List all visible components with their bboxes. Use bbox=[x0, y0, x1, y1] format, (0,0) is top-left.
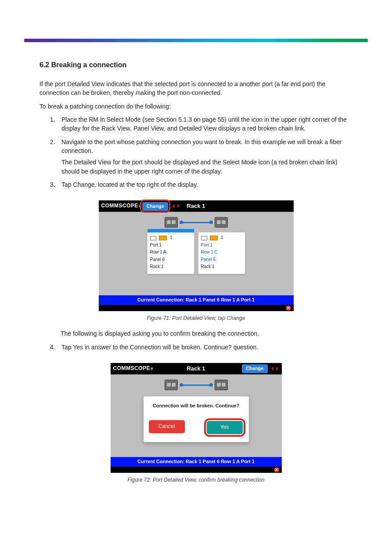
far-card-l2: Row 1 C bbox=[201, 249, 242, 256]
screenshot-detailed-view-change: COMMSCOPE® Rack 1 Change bbox=[99, 200, 294, 311]
step-3-text: Tap Change, located at the top right of … bbox=[61, 180, 198, 189]
mini-marker-icon bbox=[159, 236, 167, 240]
near-card-l1: Port 1 bbox=[150, 242, 191, 249]
near-end-card[interactable]: 1 Port 1 Row 1 A Panel 6 Rack 1 bbox=[147, 232, 194, 274]
screenshot-confirm-break: COMMSCOPE® Rack 1 Change bbox=[111, 363, 282, 473]
far-card-l4: Rack 1 bbox=[201, 264, 242, 270]
screenshot1-header: COMMSCOPE® Rack 1 Change bbox=[99, 200, 294, 212]
step-2-text2: The Detailed View for the port should be… bbox=[61, 158, 352, 176]
step-1-number: 1. bbox=[50, 115, 58, 133]
wire-icon bbox=[180, 385, 212, 386]
close-icon[interactable] bbox=[286, 305, 291, 311]
cancel-button[interactable]: Cancel bbox=[149, 420, 185, 433]
mini-marker-icon bbox=[210, 236, 218, 240]
near-card-l2: Row 1 A bbox=[150, 249, 191, 256]
confirm-modal: Connection will be broken. Continue? Can… bbox=[144, 396, 249, 442]
step-3-number: 3. bbox=[50, 180, 58, 189]
broken-chain-icon bbox=[172, 203, 180, 209]
change-button[interactable]: Change bbox=[142, 202, 168, 211]
step-1-text: Place the RM in Select Mode (see Section… bbox=[61, 115, 352, 133]
far-card-l3: Panel 6 bbox=[201, 257, 242, 263]
step-2-cont: The Detailed View for the port should be… bbox=[50, 158, 352, 176]
screenshot1-footer-bar bbox=[99, 305, 294, 311]
port-icon-right bbox=[215, 380, 228, 390]
brand-logo: COMMSCOPE® bbox=[113, 365, 154, 372]
yes-button[interactable]: Yes bbox=[207, 421, 243, 434]
port-icon-right bbox=[215, 217, 228, 228]
step-2-number: 2. bbox=[50, 138, 58, 156]
step-4-text: Tap Yes in answer to the Connection will… bbox=[61, 343, 258, 352]
intro-text: If the port Detailed View indicates that… bbox=[40, 80, 352, 111]
brand-logo: COMMSCOPE® bbox=[101, 202, 142, 210]
section-title: 6.2 Breaking a connection bbox=[40, 60, 352, 70]
change-button[interactable]: Change bbox=[242, 364, 267, 373]
step-4: 4. Tap Yes in answer to the Connection w… bbox=[50, 343, 352, 352]
far-end-card[interactable]: 1 Port 1 Row 1 C Panel 6 Rack 1 bbox=[198, 232, 245, 274]
intro-paragraph-2: To break a patching connection do the fo… bbox=[40, 102, 352, 111]
mini-port-icon bbox=[201, 236, 207, 240]
connection-graphic bbox=[111, 380, 282, 390]
near-card-num: 1 bbox=[170, 235, 173, 240]
mini-port-icon bbox=[150, 236, 156, 240]
close-icon[interactable] bbox=[274, 467, 279, 472]
header-gradient-rule bbox=[24, 39, 368, 42]
step-2-text: Navigate to the port whose patching conn… bbox=[61, 138, 352, 156]
figure-71-caption: Figure 71: Port Detailed View, tap Chang… bbox=[40, 315, 352, 322]
confirm-question: Connection will be broken. Continue? bbox=[149, 403, 244, 410]
section-heading-block: 6.2 Breaking a connection bbox=[40, 60, 352, 70]
step-list: 1. Place the RM in Select Mode (see Sect… bbox=[40, 115, 352, 189]
near-card-l4: Rack 1 bbox=[150, 264, 191, 270]
screenshot2-header: COMMSCOPE® Rack 1 Change bbox=[111, 363, 282, 374]
current-connection-strip: Current Connection: Rack 1 Panel 6 Row 1… bbox=[111, 457, 282, 467]
port-icon-left bbox=[165, 380, 178, 390]
screenshot2-footer-bar bbox=[111, 467, 282, 473]
wire-icon bbox=[180, 222, 212, 223]
step-2: 2. Navigate to the port whose patching c… bbox=[50, 138, 352, 156]
broken-chain-icon bbox=[270, 366, 279, 372]
change-button-highlight: Change bbox=[141, 201, 169, 211]
intro-paragraph-1: If the port Detailed View indicates that… bbox=[40, 80, 352, 98]
step-4-number: 4. bbox=[50, 343, 58, 352]
port-icon-left bbox=[165, 217, 178, 228]
after-step3-text: The following is displayed asking you to… bbox=[61, 329, 352, 338]
far-card-num: 1 bbox=[221, 235, 223, 240]
step-1: 1. Place the RM in Select Mode (see Sect… bbox=[50, 115, 352, 133]
step-3: 3. Tap Change, located at the top right … bbox=[50, 180, 352, 189]
figure-72-caption: Figure 72: Port Detailed View, confirm b… bbox=[40, 476, 352, 484]
current-connection-strip: Current Connection: Rack 1 Panel 6 Row 1… bbox=[99, 295, 294, 305]
yes-button-highlight: Yes bbox=[206, 420, 244, 435]
connection-graphic bbox=[99, 217, 294, 228]
near-card-l3: Panel 6 bbox=[150, 257, 191, 263]
far-card-l1: Port 1 bbox=[201, 242, 242, 249]
